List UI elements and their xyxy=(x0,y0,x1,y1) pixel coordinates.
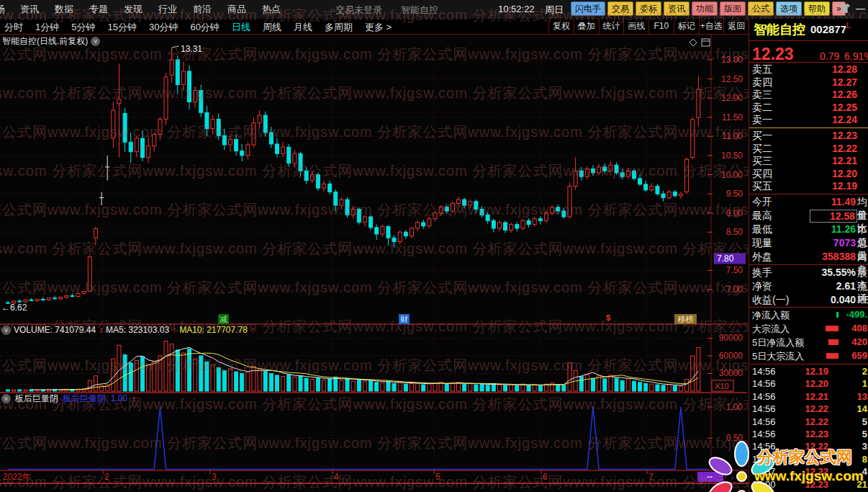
svg-text:7: 7 xyxy=(648,472,654,482)
menu-item-数据[interactable]: 数据 xyxy=(55,3,73,16)
toolbar-action-画线[interactable]: 画线 xyxy=(623,19,648,34)
flow-row-净流入额: 净流入额-499. xyxy=(749,309,868,321)
toolbar-action-F10[interactable]: F10 xyxy=(648,19,674,34)
event-badge-finance[interactable]: 财 xyxy=(399,314,410,324)
tab-period-分时[interactable]: 分时 xyxy=(4,21,23,34)
menu-item-发现[interactable]: 发现 xyxy=(124,3,143,16)
menu-item-热点[interactable]: 热点 xyxy=(262,3,281,16)
panel-divider xyxy=(749,62,868,63)
ask-row-卖一[interactable]: 卖一12.24 xyxy=(749,114,868,126)
titlebar-button-帮助[interactable]: 帮助 xyxy=(804,1,830,16)
svg-text:30000: 30000 xyxy=(719,368,743,378)
toolbar-action-返回[interactable]: 返回 xyxy=(723,19,749,34)
tab-period-15分钟[interactable]: 15分钟 xyxy=(107,21,136,34)
svg-text:9.00: 9.00 xyxy=(726,208,743,218)
window-icons: — xyxy=(839,3,865,14)
panel-divider xyxy=(749,307,868,308)
tab-period-月线[interactable]: 月线 xyxy=(294,21,312,34)
titlebar-button-功能[interactable]: 功能 xyxy=(692,1,718,16)
chevron-down-icon[interactable]: v xyxy=(91,37,100,46)
flow-value: 659 xyxy=(851,350,867,361)
flow-bar xyxy=(826,353,838,359)
bid-row-买三[interactable]: 买三12.21 xyxy=(749,155,868,167)
chart-canvas[interactable]: 13.0012.5012.0011.5011.0010.5010.009.509… xyxy=(0,35,749,492)
tick-volume: 13 xyxy=(857,391,867,402)
stat-row-现量: 现量7073总量 xyxy=(749,237,868,250)
tab-period-更多 >[interactable]: 更多 > xyxy=(365,21,392,34)
bid-price: 12.23 xyxy=(792,130,857,141)
tick-price: 12.19 xyxy=(785,366,828,377)
toolbar-action-叠加[interactable]: 叠加 xyxy=(574,19,599,34)
event-badge-list[interactable]: 移榜 xyxy=(674,314,697,324)
event-badge-reduce[interactable]: 减 xyxy=(218,314,229,324)
ask-row-卖二[interactable]: 卖二12.25 xyxy=(749,102,868,114)
price-change: 0.79 xyxy=(820,50,839,62)
low-price-annotation: ←6.62 xyxy=(1,303,27,313)
menu-item-行业[interactable]: 行业 xyxy=(158,3,177,16)
minimize-icon[interactable]: — xyxy=(856,3,865,14)
titlebar-button-资讯[interactable]: 资讯 xyxy=(664,1,690,16)
collapse-icon[interactable]: v xyxy=(1,394,11,403)
svg-text:2022年: 2022年 xyxy=(3,472,31,482)
bid-price: 12.19 xyxy=(792,180,857,192)
stat-label2: PE(动) xyxy=(857,294,868,307)
login-status[interactable]: 交易未登录 xyxy=(335,4,382,17)
menu-item-商品[interactable]: 商品 xyxy=(227,3,246,16)
quote-panel: 智能自控 002877 L 12.23 0.79 6.91% 卖五12.28卖四… xyxy=(749,19,868,492)
menu-item-前沿[interactable]: 前沿 xyxy=(193,3,212,16)
logo-site-url: www.fxjgsw.com xyxy=(754,468,864,484)
svg-text:7.00: 7.00 xyxy=(726,285,743,295)
title-bar: 场 资讯数据专题发现行业前沿商品热点 交易未登录 智能自控 10:52:22 周… xyxy=(0,0,868,19)
bid-row-买一[interactable]: 买一12.23 xyxy=(749,130,868,142)
tab-period-5分钟[interactable]: 5分钟 xyxy=(71,21,95,34)
toolbar-action-统计[interactable]: 统计 xyxy=(599,19,624,34)
tick-row[interactable]: 14:5612.2113 xyxy=(749,391,868,403)
flow-value: -499. xyxy=(846,309,867,320)
toolbar-action-标记[interactable]: 标记 xyxy=(674,19,699,34)
weekday: 周日 xyxy=(545,4,564,17)
tab-period-30分钟[interactable]: 30分钟 xyxy=(149,21,178,34)
high-price-annotation: 13.31 xyxy=(181,44,202,54)
stock-code: 002877 xyxy=(810,23,846,35)
stat-value: 2.61 xyxy=(778,280,856,292)
titlebar-button-闪电手[interactable]: 闪电手 xyxy=(571,1,605,16)
titlebar-button-委标[interactable]: 委标 xyxy=(636,1,661,16)
bid-row-买四[interactable]: 买四12.20 xyxy=(749,168,868,180)
titlebar-button-公式[interactable]: 公式 xyxy=(748,1,774,16)
tick-volume: 14 xyxy=(857,403,867,414)
tick-row[interactable]: 14:5612.225 xyxy=(749,416,868,429)
bid-row-买二[interactable]: 买二12.22 xyxy=(749,143,868,155)
tick-row[interactable]: 14:5612.201 xyxy=(749,378,868,390)
tab-period-周线[interactable]: 周线 xyxy=(263,21,281,34)
tick-row[interactable]: 14:5612.192 xyxy=(749,366,868,378)
menu-item-partial[interactable]: 场 xyxy=(0,3,5,16)
svg-text:1.00: 1.00 xyxy=(726,402,743,412)
toolbar-action-+自选[interactable]: +自选 xyxy=(699,19,724,34)
tab-period-60分钟[interactable]: 60分钟 xyxy=(190,21,219,34)
tick-time: 14:56 xyxy=(752,391,776,402)
titlebar-button-版面[interactable]: 版面 xyxy=(720,1,746,16)
tick-time: 14:56 xyxy=(752,378,776,389)
collapse-icon[interactable]: v xyxy=(1,326,11,335)
tab-period-1分钟[interactable]: 1分钟 xyxy=(35,21,59,34)
stat-value: 7073 xyxy=(778,237,856,249)
tab-period-日线[interactable]: 日线 xyxy=(232,21,250,34)
toolbar-action-复权[interactable]: 复权 xyxy=(548,19,574,34)
svg-text:10.00: 10.00 xyxy=(721,170,743,180)
bid-row-买五[interactable]: 买五12.19 xyxy=(749,180,868,192)
tick-row[interactable]: 14:5612.2214 xyxy=(749,403,868,416)
center-stock-name: 智能自控 xyxy=(401,4,438,17)
titlebar-button-选项[interactable]: 选项 xyxy=(776,1,802,16)
ask-row-卖五[interactable]: 卖五12.28 xyxy=(749,63,868,76)
ask-row-卖四[interactable]: 卖四12.27 xyxy=(749,76,868,89)
menu-item-资讯[interactable]: 资讯 xyxy=(20,3,39,16)
tick-time: 14:56 xyxy=(752,366,776,377)
stat-row-最低: 最低11.26市值 xyxy=(749,223,868,236)
skin-icon[interactable] xyxy=(839,4,850,13)
tab-period-多周期[interactable]: 多周期 xyxy=(325,21,353,34)
titlebar-button-交易[interactable]: 交易 xyxy=(607,1,633,16)
ask-row-卖三[interactable]: 卖三12.26 xyxy=(749,89,868,101)
bid-label: 买二 xyxy=(752,143,772,156)
menu-item-专题[interactable]: 专题 xyxy=(89,3,108,16)
event-badge-dividend[interactable]: $ xyxy=(606,313,610,323)
